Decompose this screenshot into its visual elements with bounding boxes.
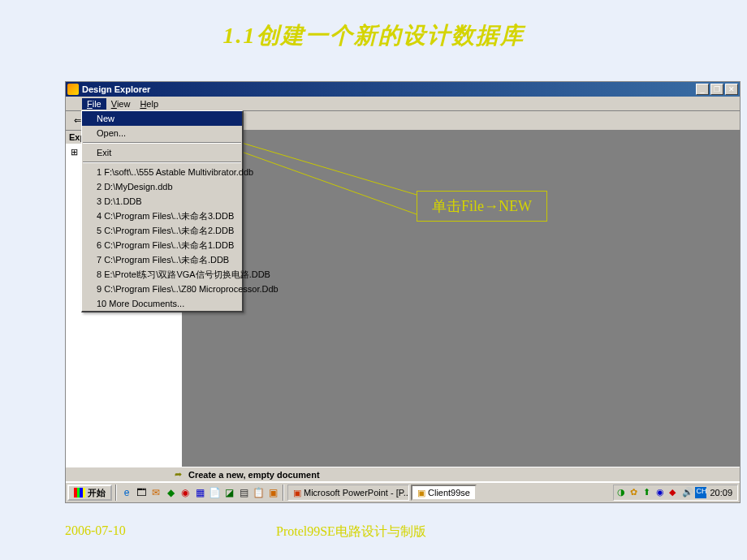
tray-icon-5[interactable]: ◆ <box>669 487 680 498</box>
menu-bar: File View Help <box>66 97 740 111</box>
tray-volume-icon[interactable]: 🔊 <box>682 487 693 498</box>
menu-recent-9[interactable]: 9 C:\Program Files\..\Z80 Microprocessor… <box>82 282 242 296</box>
instruction-callout: 单击File→NEW <box>417 191 547 222</box>
taskbar-separator-2 <box>283 485 284 501</box>
minimize-button[interactable]: _ <box>696 84 709 95</box>
status-icon: ➦ <box>175 469 182 480</box>
ime-indicator[interactable]: CH <box>695 487 706 498</box>
status-bar: ➦ Create a new, empty document <box>66 467 740 481</box>
menu-recent-4[interactable]: 4 C:\Program Files\..\未命名3.DDB <box>82 209 242 223</box>
menu-recent-2[interactable]: 2 D:\MyDesign.ddb <box>82 179 242 194</box>
menu-separator <box>83 142 241 144</box>
footer-course-title: Protel99SE电路设计与制版 <box>276 523 426 541</box>
ql-icon-7[interactable]: 📋 <box>252 486 265 499</box>
slide-title: 1.1创建一个新的设计数据库 <box>0 0 747 67</box>
task-label-1: Microsoft PowerPoint - [P... <box>304 488 409 498</box>
ie-icon[interactable]: e <box>120 486 133 499</box>
ql-icon-8[interactable]: ▣ <box>266 486 279 499</box>
start-label: 开始 <box>88 487 106 499</box>
taskbar-separator <box>115 485 117 501</box>
clock[interactable]: 20:09 <box>708 488 734 498</box>
menu-more-documents[interactable]: 10 More Documents... <box>82 296 242 311</box>
menu-item-exit[interactable]: Exit <box>82 145 242 160</box>
task-label-2: Client99se <box>428 488 470 498</box>
file-dropdown-menu: New Open... Exit 1 F:\soft\..\555 Astabl… <box>81 110 244 312</box>
menu-item-new[interactable]: New <box>82 111 242 126</box>
menu-recent-8[interactable]: 8 E:\Protel练习\双路VGA信号切换电路.DDB <box>82 267 242 282</box>
window-controls: _ ❐ ✕ <box>696 84 738 95</box>
menu-system-icon[interactable] <box>67 98 80 110</box>
menu-separator <box>83 162 241 163</box>
system-tray: ◑ ✿ ⬆ ◉ ◆ 🔊 CH 20:09 <box>613 485 738 501</box>
outlook-icon[interactable]: ✉ <box>149 486 162 499</box>
task-powerpoint[interactable]: ▣ Microsoft PowerPoint - [P... <box>287 485 409 501</box>
powerpoint-icon: ▣ <box>293 488 301 498</box>
tray-icon-3[interactable]: ⬆ <box>643 487 654 498</box>
title-bar: Design Explorer _ ❐ ✕ <box>66 82 740 97</box>
menu-item-open[interactable]: Open... <box>82 126 242 140</box>
ql-icon-2[interactable]: ◉ <box>179 486 192 499</box>
footer-date: 2006-07-10 <box>65 523 126 538</box>
menu-file[interactable]: File <box>82 98 106 110</box>
ql-icon-5[interactable]: ◪ <box>222 486 235 499</box>
menu-help[interactable]: Help <box>135 98 163 110</box>
quicklaunch: e 🗔 ✉ ◆ ◉ ▦ 📄 ◪ ▤ 📋 ▣ <box>120 486 279 499</box>
expand-icon[interactable]: ⊞ <box>68 147 80 157</box>
ql-icon-1[interactable]: ◆ <box>164 486 177 499</box>
tray-icon-1[interactable]: ◑ <box>617 487 628 498</box>
close-button[interactable]: ✕ <box>725 84 738 95</box>
tray-icon-2[interactable]: ✿ <box>630 487 641 498</box>
menu-recent-3[interactable]: 3 D:\1.DDB <box>82 194 242 209</box>
ql-icon-4[interactable]: 📄 <box>208 486 221 499</box>
menu-recent-5[interactable]: 5 C:\Program Files\..\未命名2.DDB <box>82 223 242 238</box>
menu-recent-1[interactable]: 1 F:\soft\..\555 Astable Multivibrator.d… <box>82 165 242 179</box>
app-title: Design Explorer <box>82 84 696 94</box>
tray-icon-4[interactable]: ◉ <box>656 487 667 498</box>
ql-icon-3[interactable]: ▦ <box>193 486 206 499</box>
maximize-button[interactable]: ❐ <box>710 84 723 95</box>
workspace-area <box>184 131 740 467</box>
task-client99se[interactable]: ▣ Client99se <box>411 485 477 501</box>
protel-icon: ▣ <box>417 488 425 498</box>
desktop-icon[interactable]: 🗔 <box>135 486 148 499</box>
taskbar: 开始 e 🗔 ✉ ◆ ◉ ▦ 📄 ◪ ▤ 📋 ▣ ▣ Microsoft Pow… <box>66 481 740 502</box>
menu-view[interactable]: View <box>106 98 136 110</box>
menu-recent-7[interactable]: 7 C:\Program Files\..\未命名.DDB <box>82 252 242 267</box>
menu-recent-6[interactable]: 6 C:\Program Files\..\未命名1.DDB <box>82 238 242 252</box>
start-button[interactable]: 开始 <box>67 485 112 501</box>
app-icon <box>67 84 79 95</box>
ql-icon-6[interactable]: ▤ <box>237 486 250 499</box>
status-text: Create a new, empty document <box>188 470 320 480</box>
windows-flag-icon <box>74 488 85 498</box>
